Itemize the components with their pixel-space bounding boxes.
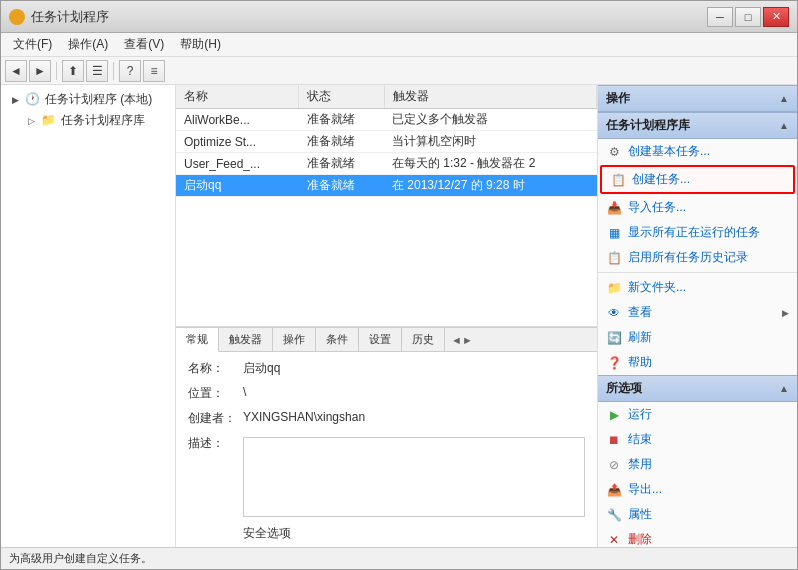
table-row[interactable]: Optimize St... 准备就绪 当计算机空闲时 [176,131,597,153]
menu-file[interactable]: 文件(F) [5,34,60,55]
row-status: 准备就绪 [299,175,384,197]
right-action-end[interactable]: ⏹ 结束 [598,427,797,452]
right-action-show-running-label: 显示所有正在运行的任务 [628,224,760,241]
detail-creator-row: 创建者： YXINGSHAN\xingshan [188,410,585,427]
details-panel: 常规 触发器 操作 条件 设置 历史 ◄► 名称： 启动qq 位置： \ [176,327,597,547]
right-action-view[interactable]: 👁 查看 ▶ [598,300,797,325]
table-row-selected[interactable]: 启动qq 准备就绪 在 2013/12/27 的 9:28 时 [176,175,597,197]
detail-icon: ≡ [150,64,157,78]
title-bar-left: 任务计划程序 [9,8,109,26]
right-header-selected: 所选项 ▲ [598,375,797,402]
center-area: 名称 状态 触发器 AliWorkBe... 准备就绪 已定义多个触发器 Opt… [176,85,597,547]
detail-name-value: 启动qq [243,360,585,377]
row-name: Optimize St... [176,131,299,153]
menu-view[interactable]: 查看(V) [116,34,172,55]
right-action-import-label: 导入任务... [628,199,686,216]
help-button[interactable]: ? [119,60,141,82]
tab-triggers[interactable]: 触发器 [219,328,273,351]
task-list[interactable]: 名称 状态 触发器 AliWorkBe... 准备就绪 已定义多个触发器 Opt… [176,85,597,327]
table-row[interactable]: AliWorkBe... 准备就绪 已定义多个触发器 [176,109,597,131]
export-icon: 📤 [606,482,622,498]
help-icon-1: ❓ [606,355,622,371]
col-header-name: 名称 [176,85,299,109]
tab-more[interactable]: ◄► [445,328,479,351]
back-button[interactable]: ◄ [5,60,27,82]
tree-item-library[interactable]: ▷ 📁 任务计划程序库 [5,110,171,131]
row-name: User_Feed_... [176,153,299,175]
right-action-refresh[interactable]: 🔄 刷新 [598,325,797,350]
detail-description-input[interactable] [243,437,585,517]
right-action-new-folder[interactable]: 📁 新文件夹... [598,275,797,300]
right-action-properties[interactable]: 🔧 属性 [598,502,797,527]
right-action-enable-history-label: 启用所有任务历史记录 [628,249,748,266]
detail-location-label: 位置： [188,385,243,402]
maximize-button[interactable]: □ [735,7,761,27]
right-action-create-basic-label: 创建基本任务... [628,143,710,160]
right-header-selected-chevron: ▲ [779,383,789,394]
tree-icon-root: 🕐 [25,92,41,108]
main-window: 任务计划程序 ─ □ ✕ 文件(F) 操作(A) 查看(V) 帮助(H) ◄ ►… [0,0,798,570]
import-icon: 📥 [606,200,622,216]
right-action-export[interactable]: 📤 导出... [598,477,797,502]
tree-expand-root: ▶ [9,94,21,106]
right-action-help-1-label: 帮助 [628,354,652,371]
menu-action[interactable]: 操作(A) [60,34,116,55]
row-status: 准备就绪 [299,131,384,153]
right-action-create-task[interactable]: 📋 创建任务... [600,165,795,194]
create-basic-icon: ⚙ [606,144,622,160]
tree-item-root[interactable]: ▶ 🕐 任务计划程序 (本地) [5,89,171,110]
right-action-view-label: 查看 [628,304,652,321]
tab-history[interactable]: 历史 [402,328,445,351]
detail-location-row: 位置： \ [188,385,585,402]
right-action-import[interactable]: 📥 导入任务... [598,195,797,220]
close-button[interactable]: ✕ [763,7,789,27]
task-table: 名称 状态 触发器 AliWorkBe... 准备就绪 已定义多个触发器 Opt… [176,85,597,197]
tab-actions[interactable]: 操作 [273,328,316,351]
run-icon: ▶ [606,407,622,423]
right-action-run[interactable]: ▶ 运行 [598,402,797,427]
right-action-enable-history[interactable]: 📋 启用所有任务历史记录 [598,245,797,270]
tree-expand-library: ▷ [25,115,37,127]
tab-general[interactable]: 常规 [176,328,219,352]
help-icon: ? [127,64,134,78]
forward-button[interactable]: ► [29,60,51,82]
row-name: AliWorkBe... [176,109,299,131]
detail-security-row: 安全选项 [188,525,585,542]
right-action-create-basic[interactable]: ⚙ 创建基本任务... [598,139,797,164]
detail-name-row: 名称： 启动qq [188,360,585,377]
right-action-refresh-label: 刷新 [628,329,652,346]
right-action-disable-label: 禁用 [628,456,652,473]
minimize-button[interactable]: ─ [707,7,733,27]
list-button[interactable]: ☰ [86,60,108,82]
row-trigger: 在每天的 1:32 - 触发器在 2 [384,153,596,175]
table-row[interactable]: User_Feed_... 准备就绪 在每天的 1:32 - 触发器在 2 [176,153,597,175]
right-header-chevron-1: ▲ [779,93,789,104]
up-button[interactable]: ⬆ [62,60,84,82]
right-action-disable[interactable]: ⊘ 禁用 [598,452,797,477]
row-status: 准备就绪 [299,109,384,131]
row-trigger: 已定义多个触发器 [384,109,596,131]
right-action-export-label: 导出... [628,481,662,498]
row-name: 启动qq [176,175,299,197]
tab-conditions[interactable]: 条件 [316,328,359,351]
up-icon: ⬆ [68,64,78,78]
col-header-trigger: 触发器 [384,85,596,109]
toolbar: ◄ ► ⬆ ☰ ? ≡ [1,57,797,85]
left-sidebar: ▶ 🕐 任务计划程序 (本地) ▷ 📁 任务计划程序库 [1,85,176,547]
right-header-operations-label: 操作 [606,90,630,107]
right-action-help-1[interactable]: ❓ 帮助 [598,350,797,375]
detail-button[interactable]: ≡ [143,60,165,82]
detail-desc-label: 描述： [188,435,243,452]
list-icon: ☰ [92,64,103,78]
right-action-create-task-label: 创建任务... [632,171,690,188]
right-action-show-running[interactable]: ▦ 显示所有正在运行的任务 [598,220,797,245]
menu-help[interactable]: 帮助(H) [172,34,229,55]
tab-settings[interactable]: 设置 [359,328,402,351]
right-header-library-chevron: ▲ [779,120,789,131]
delete-icon: ✕ [606,532,622,548]
detail-security-value: 安全选项 [243,525,585,542]
end-icon: ⏹ [606,432,622,448]
right-action-delete[interactable]: ✕ 删除 [598,527,797,547]
task-table-header: 名称 状态 触发器 [176,85,597,109]
toolbar-separator-1 [56,62,57,80]
